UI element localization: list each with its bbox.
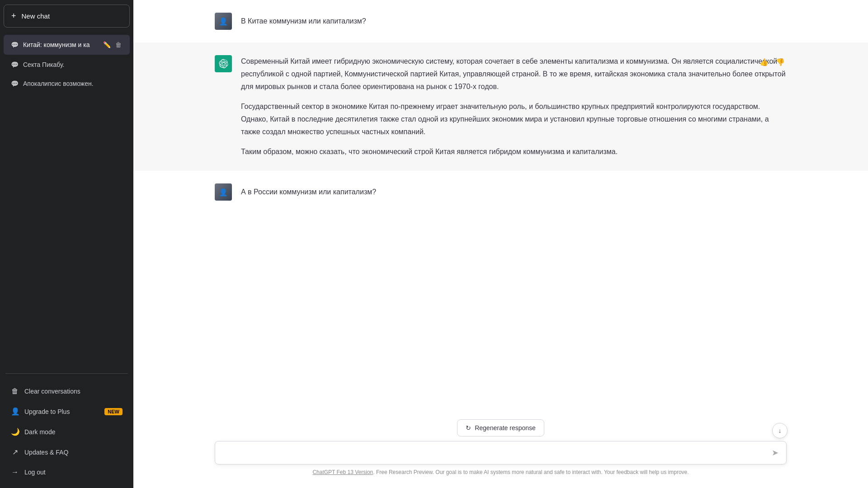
clear-conversations-label: Clear conversations bbox=[24, 388, 80, 395]
sidebar: + New chat 💬 Китай: коммунизм и ка ✏️ 🗑 … bbox=[0, 0, 133, 488]
ai-paragraph-3: Таким образом, можно сказать, что эконом… bbox=[241, 145, 787, 158]
ai-message-row-1: Современный Китай имеет гибридную эконом… bbox=[133, 42, 868, 171]
new-badge: NEW bbox=[104, 408, 123, 415]
dark-mode-button[interactable]: 🌙 Dark mode bbox=[4, 422, 130, 441]
ai-message-content-1: Современный Китай имеет гибридную эконом… bbox=[241, 55, 787, 158]
bottom-controls-wrapper: ↓ ↻ Regenerate response ➤ ChatGPT Feb 13… bbox=[133, 414, 868, 488]
plus-icon: + bbox=[11, 11, 16, 21]
conversation-list: 💬 Китай: коммунизм и ка ✏️ 🗑 💬 Секта Пик… bbox=[0, 32, 133, 370]
sidebar-bottom: 🗑 Clear conversations 👤 Upgrade to Plus … bbox=[0, 377, 133, 488]
delete-chat-button[interactable]: 🗑 bbox=[114, 40, 123, 49]
chat-icon: 💬 bbox=[11, 41, 19, 48]
chat-title: Секта Пикабу. bbox=[23, 61, 64, 68]
bottom-area: ↻ Regenerate response ➤ ChatGPT Feb 13 V… bbox=[133, 414, 868, 488]
chat-area: 👤 В Китае коммунизм или капитализм? Совр… bbox=[133, 0, 868, 414]
logout-label: Log out bbox=[24, 469, 46, 476]
new-chat-label: New chat bbox=[22, 12, 50, 20]
regenerate-icon: ↻ bbox=[466, 424, 471, 432]
updates-faq-label: Updates & FAQ bbox=[24, 449, 68, 456]
updates-faq-button[interactable]: ↗ Updates & FAQ bbox=[4, 442, 130, 462]
user-avatar: 👤 bbox=[215, 13, 232, 30]
regenerate-label: Regenerate response bbox=[475, 424, 536, 432]
openai-logo-icon bbox=[218, 59, 228, 69]
chat-input[interactable] bbox=[215, 441, 787, 465]
logout-button[interactable]: → Log out bbox=[4, 463, 130, 482]
clear-conversations-button[interactable]: 🗑 Clear conversations bbox=[4, 382, 130, 401]
ai-paragraph-2: Государственный сектор в экономике Китая… bbox=[241, 100, 787, 138]
chat-item-actions: ✏️ 🗑 bbox=[102, 40, 123, 49]
user-message-row-2: 👤 А в России коммунизм или капитализм? bbox=[133, 171, 868, 213]
user-avatar-image-2: 👤 bbox=[215, 183, 232, 201]
scroll-down-button[interactable]: ↓ bbox=[772, 423, 788, 438]
ai-paragraph-1: Современный Китай имеет гибридную эконом… bbox=[241, 55, 787, 93]
upgrade-label: Upgrade to Plus bbox=[24, 408, 70, 415]
new-chat-button[interactable]: + New chat bbox=[4, 5, 130, 28]
thumbs-down-button[interactable]: 👎 bbox=[774, 56, 787, 68]
thumbs-up-button[interactable]: 👍 bbox=[758, 56, 770, 68]
ai-avatar bbox=[215, 55, 232, 72]
dark-mode-label: Dark mode bbox=[24, 428, 55, 436]
user-icon: 👤 bbox=[11, 407, 19, 416]
user-avatar-image: 👤 bbox=[215, 13, 232, 30]
input-row: ➤ bbox=[215, 441, 787, 465]
chat-icon: 💬 bbox=[11, 80, 19, 87]
chat-title: Китай: коммунизм и ка bbox=[23, 41, 98, 48]
footer-text-rest: . Free Research Preview. Our goal is to … bbox=[373, 469, 689, 475]
user-avatar-2: 👤 bbox=[215, 183, 232, 201]
chat-title: Апокалипсис возможен. bbox=[23, 80, 94, 87]
edit-chat-button[interactable]: ✏️ bbox=[102, 40, 112, 49]
external-link-icon: ↗ bbox=[11, 448, 19, 456]
user-message-text-2: А в России коммунизм или капитализм? bbox=[241, 183, 376, 198]
user-message-row-1: 👤 В Китае коммунизм или капитализм? bbox=[133, 0, 868, 42]
sidebar-item-chat-2[interactable]: 💬 Секта Пикабу. bbox=[4, 56, 130, 74]
regenerate-button[interactable]: ↻ Regenerate response bbox=[457, 419, 544, 436]
logout-icon: → bbox=[11, 468, 19, 476]
upgrade-to-plus-button[interactable]: 👤 Upgrade to Plus NEW bbox=[4, 402, 130, 421]
moon-icon: 🌙 bbox=[11, 427, 19, 436]
user-message-text-1: В Китае коммунизм или капитализм? bbox=[241, 13, 366, 27]
footer-text: ChatGPT Feb 13 Version. Free Research Pr… bbox=[312, 469, 689, 479]
main-content: 👤 В Китае коммунизм или капитализм? Совр… bbox=[133, 0, 868, 488]
send-button[interactable]: ➤ bbox=[770, 446, 780, 460]
sidebar-item-chat-1[interactable]: 💬 Китай: коммунизм и ка ✏️ 🗑 bbox=[4, 35, 130, 55]
trash-icon: 🗑 bbox=[11, 387, 19, 395]
chat-icon: 💬 bbox=[11, 61, 19, 68]
sidebar-item-chat-3[interactable]: 💬 Апокалипсис возможен. bbox=[4, 75, 130, 93]
footer-link[interactable]: ChatGPT Feb 13 Version bbox=[312, 469, 373, 475]
send-icon: ➤ bbox=[772, 448, 778, 457]
sidebar-divider bbox=[5, 373, 128, 374]
feedback-buttons: 👍 👎 bbox=[758, 56, 787, 68]
